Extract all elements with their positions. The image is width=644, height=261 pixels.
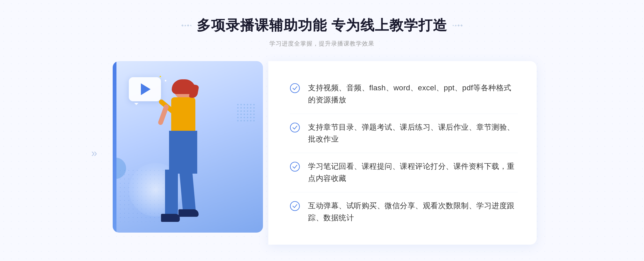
person-leg-left <box>165 170 178 218</box>
title-row: 多项录播课辅助功能 专为线上教学打造 <box>182 16 462 35</box>
svg-point-3 <box>290 202 299 211</box>
check-icon-1 <box>290 83 300 93</box>
stripes-decoration <box>237 104 255 128</box>
right-decoration <box>453 25 462 26</box>
person-hair <box>172 79 195 94</box>
svg-point-0 <box>290 84 299 93</box>
feature-text-3: 学习笔记回看、课程提问、课程评论打分、课件资料下载，重点内容收藏 <box>308 161 518 185</box>
person-pants <box>169 131 197 174</box>
page-container: 多项录播课辅助功能 专为线上教学打造 学习进度全掌握，提升录播课教学效果 » <box>0 0 644 261</box>
page-subtitle: 学习进度全掌握，提升录播课教学效果 <box>182 40 462 48</box>
feature-item-2: 支持章节目录、弹题考试、课后练习、课后作业、章节测验、批改作业 <box>290 114 518 153</box>
feature-text-4: 互动弹幕、试听购买、微信分享、观看次数限制、学习进度跟踪、数据统计 <box>308 200 518 224</box>
person-body <box>171 97 195 135</box>
header-section: 多项录播课辅助功能 专为线上教学打造 学习进度全掌握，提升录播课教学效果 <box>182 16 462 48</box>
person-arm-left <box>158 104 169 125</box>
person-leg-right <box>179 169 196 213</box>
feature-item-1: 支持视频、音频、flash、word、excel、ppt、pdf等各种格式的资源… <box>290 74 518 114</box>
check-icon-2 <box>290 122 300 133</box>
illustration-wrapper: » <box>107 61 268 245</box>
feature-text-1: 支持视频、音频、flash、word、excel、ppt、pdf等各种格式的资源… <box>308 82 518 106</box>
vertical-accent-bar <box>113 61 116 233</box>
check-icon-3 <box>290 162 300 172</box>
content-section: » <box>107 61 537 245</box>
left-decoration <box>182 25 191 26</box>
page-title: 多项录播课辅助功能 专为线上教学打造 <box>197 16 447 35</box>
feature-text-2: 支持章节目录、弹题考试、课后练习、课后作业、章节测验、批改作业 <box>308 121 518 146</box>
illustration-bg <box>113 61 263 233</box>
chevron-left-icon: » <box>91 147 97 159</box>
svg-point-1 <box>290 123 299 132</box>
feature-item-4: 互动弹幕、试听购买、微信分享、观看次数限制、学习进度跟踪、数据统计 <box>290 192 518 232</box>
svg-point-2 <box>290 162 299 171</box>
person-shoe-left <box>161 214 180 222</box>
person-figure <box>134 77 220 233</box>
feature-item-3: 学习笔记回看、课程提问、课程评论打分、课件资料下载，重点内容收藏 <box>290 153 518 192</box>
check-icon-4 <box>290 201 300 211</box>
features-card: 支持视频、音频、flash、word、excel、ppt、pdf等各种格式的资源… <box>268 61 537 245</box>
person-shoe-right <box>178 209 199 217</box>
